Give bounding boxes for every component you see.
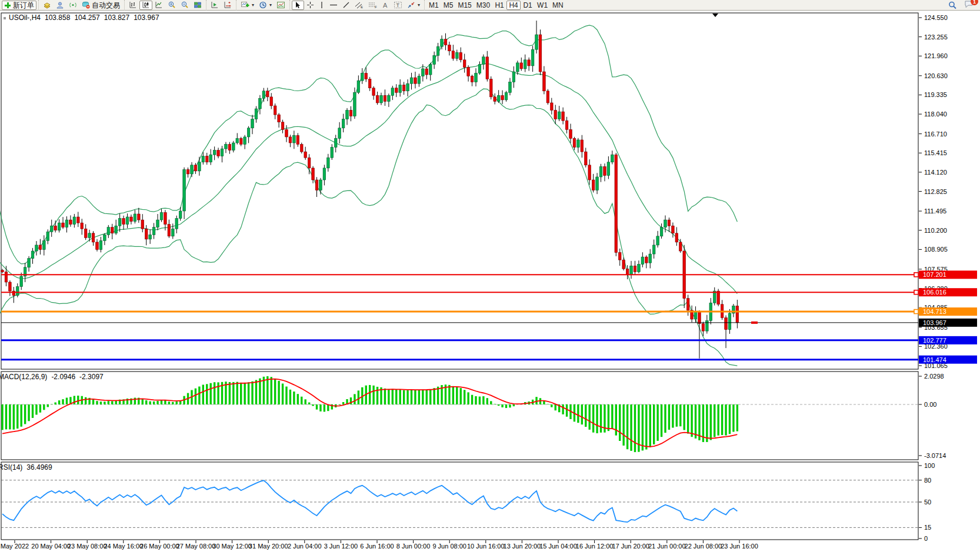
- timeframe-m5-button[interactable]: M5: [441, 1, 456, 10]
- svg-text:0.00: 0.00: [924, 401, 936, 408]
- svg-text:23 May 08:00: 23 May 08:00: [68, 543, 107, 550]
- svg-text:103.967: 103.967: [923, 319, 946, 326]
- timeframe-mn-button[interactable]: MN: [550, 1, 566, 10]
- svg-text:T: T: [396, 2, 400, 8]
- rsi-value: 36.4969: [26, 463, 52, 471]
- chat-unread-badge: 1: [971, 0, 978, 5]
- timeframe-m15-button[interactable]: M15: [455, 1, 474, 10]
- vertical-line-button[interactable]: [316, 1, 327, 10]
- timeframe-w1-button[interactable]: W1: [535, 1, 550, 10]
- channel-icon: E: [355, 1, 364, 9]
- market-watch-button[interactable]: [41, 1, 54, 10]
- cursor-button[interactable]: [292, 1, 304, 10]
- signals-icon: [69, 1, 77, 9]
- tile-windows-icon: [194, 1, 202, 9]
- text-button[interactable]: A: [379, 1, 391, 10]
- chart-shift-button[interactable]: [208, 1, 221, 10]
- svg-text:16 Jun 12:00: 16 Jun 12:00: [576, 543, 614, 550]
- svg-text:13 Jun 20:00: 13 Jun 20:00: [504, 543, 541, 550]
- svg-text:21 Jun 00:00: 21 Jun 00:00: [648, 543, 686, 550]
- signals-button[interactable]: [66, 1, 79, 10]
- main-toolbar: 新订单 自动交易: [0, 0, 980, 11]
- ohlc-low: 103.827: [104, 14, 129, 22]
- svg-text:15: 15: [924, 524, 931, 531]
- zoom-in-button[interactable]: [165, 1, 178, 10]
- trendline-button[interactable]: [340, 1, 352, 10]
- cursor-icon: [294, 1, 302, 9]
- timeframe-d1-button[interactable]: D1: [521, 1, 535, 10]
- text-icon: A: [382, 1, 389, 9]
- fibonacci-icon: F: [368, 1, 377, 9]
- macd-label: MACD(12,26,9)-2.0946-2.3097: [0, 373, 104, 381]
- periods-button[interactable]: ▾: [256, 1, 274, 10]
- text-label-button[interactable]: T: [391, 1, 405, 10]
- macd-signal-value: -2.3097: [79, 373, 104, 381]
- svg-text:30 May 12:00: 30 May 12:00: [212, 543, 252, 550]
- svg-text:111.495: 111.495: [924, 208, 946, 215]
- time-axis[interactable]: May 202220 May 04:0023 May 08:0024 May 1…: [1, 540, 758, 550]
- autotrading-button[interactable]: 自动交易: [79, 1, 122, 10]
- new-order-label: 新订单: [13, 1, 34, 9]
- svg-text:120.630: 120.630: [924, 72, 948, 79]
- toolbar-group-panels: 自动交易: [38, 0, 124, 11]
- chart-title: USOil-,H4103.858104.257103.827103.967: [4, 14, 159, 22]
- fibonacci-button[interactable]: F: [366, 1, 379, 10]
- svg-text:May 2022: May 2022: [1, 543, 29, 550]
- periods-caret: ▾: [269, 1, 272, 9]
- symbol-bullet: [4, 17, 6, 19]
- chat-button[interactable]: 1: [964, 0, 974, 10]
- crosshair-button[interactable]: [304, 1, 316, 10]
- line-chart-button[interactable]: [152, 1, 165, 10]
- bar-chart-button[interactable]: [126, 1, 139, 10]
- auto-scroll-button[interactable]: [221, 1, 234, 10]
- svg-text:E: E: [361, 5, 363, 9]
- svg-text:100: 100: [924, 462, 935, 469]
- svg-text:-3.0714: -3.0714: [924, 452, 946, 459]
- svg-text:108.905: 108.905: [924, 246, 948, 253]
- symbol-period: USOil-,H4: [9, 14, 41, 22]
- ohlc-close: 103.967: [134, 14, 159, 22]
- svg-text:124.550: 124.550: [924, 14, 948, 21]
- svg-text:104.713: 104.713: [923, 308, 946, 315]
- svg-text:20 May 04:00: 20 May 04:00: [31, 543, 71, 550]
- timeframe-h1-button[interactable]: H1: [492, 1, 506, 10]
- zoom-out-button[interactable]: [178, 1, 191, 10]
- svg-text:115.415: 115.415: [924, 149, 947, 156]
- svg-text:A: A: [383, 2, 388, 9]
- autotrading-label: 自动交易: [92, 1, 120, 9]
- tile-windows-button[interactable]: [191, 1, 204, 10]
- price-axis[interactable]: 124.550123.255121.960120.630119.335118.0…: [919, 14, 977, 369]
- chart-shift-icon: [211, 1, 219, 9]
- equidistant-channel-button[interactable]: E: [352, 1, 366, 10]
- chart-canvas[interactable]: 124.550123.255121.960120.630119.335118.0…: [0, 11, 980, 552]
- templates-button[interactable]: [274, 1, 288, 10]
- svg-text:112.825: 112.825: [924, 188, 947, 195]
- search-icon: [948, 1, 957, 9]
- timeframe-m30-button[interactable]: M30: [474, 1, 492, 10]
- toolbar-group-objects1: ▾ ▾: [236, 0, 289, 11]
- search-button[interactable]: [946, 1, 959, 10]
- text-label-icon: T: [394, 1, 402, 9]
- toolbar-right: 1: [946, 0, 980, 10]
- timeframe-h4-button[interactable]: H4: [506, 1, 521, 10]
- new-order-button[interactable]: 新订单: [2, 1, 36, 10]
- svg-text:10 Jun 16:00: 10 Jun 16:00: [467, 543, 505, 550]
- arrows-caret: ▾: [418, 1, 420, 9]
- svg-text:106.016: 106.016: [923, 289, 946, 296]
- add-indicator-button[interactable]: ▾: [238, 1, 256, 10]
- svg-text:3 Jun 12:00: 3 Jun 12:00: [324, 543, 358, 550]
- plus-icon: [4, 2, 11, 9]
- chart-window[interactable]: 124.550123.255121.960120.630119.335118.0…: [0, 11, 980, 552]
- autotrading-icon: [82, 1, 90, 9]
- rsi-axis: 1008050150: [919, 462, 935, 542]
- timeframe-m1-button[interactable]: M1: [426, 1, 441, 10]
- arrows-button[interactable]: ▾: [405, 1, 422, 10]
- horizontal-line-button[interactable]: [327, 1, 340, 10]
- navigator-button[interactable]: [54, 1, 66, 10]
- svg-text:107.201: 107.201: [923, 271, 946, 278]
- macd-axis: 2.02980.00-3.0714: [919, 373, 946, 459]
- candlestick-chart-button[interactable]: [139, 1, 152, 10]
- svg-text:27 May 08:00: 27 May 08:00: [176, 543, 216, 550]
- market-watch-icon: [43, 1, 51, 9]
- svg-text:23 Jun 16:00: 23 Jun 16:00: [721, 543, 758, 550]
